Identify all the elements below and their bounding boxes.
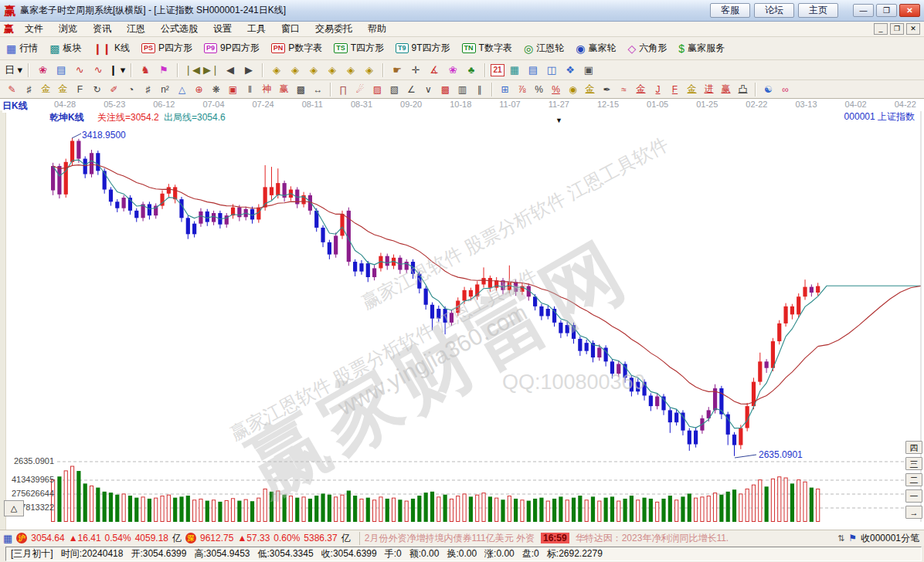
net-icon[interactable]: ❀ [34, 63, 51, 78]
gold-angle2-icon[interactable]: 金 [684, 83, 700, 96]
comb-icon[interactable]: ♯ [21, 83, 37, 96]
wave9-icon[interactable]: ∿ [90, 63, 107, 78]
wave3-icon[interactable]: ∿ [71, 63, 88, 78]
hand-icon[interactable]: ☛ [389, 63, 406, 78]
quote-table-icon[interactable]: ▦ [3, 533, 12, 544]
kline-chart-canvas[interactable] [0, 99, 924, 530]
menu-formula-select[interactable]: 公式选股 [153, 22, 206, 35]
diamond-in-icon[interactable]: ◈ [324, 63, 341, 78]
menu-settings[interactable]: 设置 [206, 22, 239, 35]
market-quote-button[interactable]: ▦行情 [6, 42, 38, 55]
disk-globe-icon[interactable]: ❖ [562, 63, 579, 78]
sector-button[interactable]: ▩板块 [49, 42, 81, 55]
target-icon[interactable]: ⊕ [191, 83, 207, 96]
tick-data-label[interactable]: 收000001分笔 [861, 532, 919, 545]
menu-gann[interactable]: 江恩 [119, 22, 153, 35]
pause-lines-icon[interactable]: ‖ [242, 83, 258, 96]
diamond-out-icon[interactable]: ◈ [342, 63, 359, 78]
shanghai-market-icon[interactable]: 沪 [16, 533, 27, 543]
angle-lines-icon[interactable]: ∠ [403, 83, 420, 96]
comb2-icon[interactable]: ♯ [140, 83, 156, 96]
taichi-icon[interactable]: ☯ [760, 83, 776, 96]
percent-line-icon[interactable]: % [548, 83, 564, 96]
p-number-table-button[interactable]: PNP数字表 [271, 42, 323, 55]
pane-2-button[interactable]: 二 [905, 473, 922, 486]
9t-square-button[interactable]: T99T四方形 [396, 42, 450, 55]
menu-browse[interactable]: 浏览 [51, 22, 85, 35]
pane-next-button[interactable]: → [905, 506, 922, 519]
hexagon-button[interactable]: ◇六角形 [627, 42, 667, 55]
ying-icon[interactable]: 赢 [276, 83, 292, 96]
gold-line-icon[interactable]: 金 [582, 83, 598, 96]
tu-angle-icon[interactable]: 凸 [735, 83, 751, 96]
diamond-left-icon[interactable]: ◈ [268, 63, 285, 78]
note-icon[interactable]: ▤ [53, 63, 70, 78]
menu-trade[interactable]: 交易委托 [307, 22, 360, 35]
pane-1-button[interactable]: 一 [905, 489, 922, 503]
clover-icon[interactable]: ♣ [463, 63, 480, 78]
news-ticker-item-1[interactable]: 2月份外资净增持境内债券111亿美元 外资 [365, 532, 535, 545]
gold-angle-icon[interactable]: 金 [633, 83, 649, 96]
shen-icon[interactable]: 神 [259, 83, 275, 96]
f-angle-icon[interactable]: F [667, 83, 683, 96]
report-icon[interactable]: ▤ [525, 63, 542, 78]
calendar-icon[interactable]: 21 [491, 64, 504, 76]
child-restore-button[interactable]: ❐ [890, 23, 904, 35]
compass-icon[interactable]: ◔ [123, 83, 139, 96]
vee-lines-icon[interactable]: ∨ [420, 83, 437, 96]
period-day-dropdown[interactable]: 日 ▾ [4, 63, 23, 78]
flower-icon[interactable]: ❀ [444, 63, 461, 78]
gold-grid2-icon[interactable]: 金 [55, 83, 71, 96]
set-square-icon[interactable]: △ [174, 83, 190, 96]
star-grid-icon[interactable]: ❋ [208, 83, 224, 96]
spiral-icon[interactable]: ↻ [89, 83, 105, 96]
fan2-icon[interactable]: ▧ [386, 83, 403, 96]
diamond-all-icon[interactable]: ◈ [361, 63, 378, 78]
last-bar-icon[interactable]: ▶❘ [202, 63, 220, 78]
close-button[interactable]: ✕ [899, 4, 920, 17]
t-square-button[interactable]: TST四方形 [334, 42, 384, 55]
slant-lines-icon[interactable]: ∥ [471, 83, 487, 96]
news-ticker-item-2[interactable]: 华特达因：2023年净利润同比增长11. [576, 532, 729, 545]
customer-service-button[interactable]: 客服 [710, 3, 750, 18]
fraction-icon[interactable]: ⅞ [514, 83, 530, 96]
dense-grid-icon[interactable]: ▩ [293, 83, 309, 96]
pane-3-button[interactable]: 三 [905, 457, 922, 470]
chart-flag-icon[interactable]: ⚑ [155, 63, 172, 78]
next-bar-icon[interactable]: ▶ [240, 63, 257, 78]
ying-angle-icon[interactable]: 赢 [718, 83, 734, 96]
f-grid-icon[interactable]: F [72, 83, 88, 96]
winner-service-button[interactable]: $赢家服务 [678, 42, 725, 55]
n2-icon[interactable]: n² [157, 83, 173, 96]
t-number-table-button[interactable]: TNT数字表 [462, 42, 512, 55]
gold-ring-icon[interactable]: ◉ [565, 83, 581, 96]
boxed-target-icon[interactable]: ▣ [225, 83, 241, 96]
j-angle-icon[interactable]: J [650, 83, 666, 96]
diamond-right-icon[interactable]: ◈ [287, 63, 304, 78]
fan-icon[interactable]: ▨ [369, 83, 386, 96]
angle-pen-icon[interactable]: ✐ [106, 83, 122, 96]
gate-icon[interactable]: ∏ [335, 83, 352, 96]
ink-pen-icon[interactable]: ✒ [599, 83, 615, 96]
candle-dropdown[interactable]: ❙ ▾ [108, 63, 126, 78]
crosshair-icon[interactable]: ✛ [407, 63, 424, 78]
restore-button[interactable]: ❐ [876, 4, 897, 17]
minimize-button[interactable]: — [853, 4, 874, 17]
menu-window[interactable]: 窗口 [273, 22, 307, 35]
angle-measure-icon[interactable]: ∡ [426, 63, 443, 78]
forum-button[interactable]: 论坛 [754, 3, 794, 18]
brush-icon[interactable]: ✎ [4, 83, 20, 96]
stat-table-icon[interactable]: ⊞ [497, 83, 513, 96]
p-square-button[interactable]: PSP四方形 [141, 42, 192, 55]
pattern-icon[interactable]: ♞ [137, 63, 154, 78]
menu-news[interactable]: 资讯 [85, 22, 119, 35]
save-icon[interactable]: ◫ [543, 63, 560, 78]
printer-icon[interactable]: ▣ [580, 63, 597, 78]
menu-tools[interactable]: 工具 [239, 22, 273, 35]
jin-angle-icon[interactable]: 进 [701, 83, 717, 96]
infinity-icon[interactable]: ∞ [777, 83, 793, 96]
diamond-horizontal-icon[interactable]: ◈ [305, 63, 322, 78]
pane-4-button[interactable]: 四 [905, 441, 922, 454]
first-bar-icon[interactable]: ❘◀ [183, 63, 201, 78]
gold-grid-icon[interactable]: 金 [38, 83, 54, 96]
